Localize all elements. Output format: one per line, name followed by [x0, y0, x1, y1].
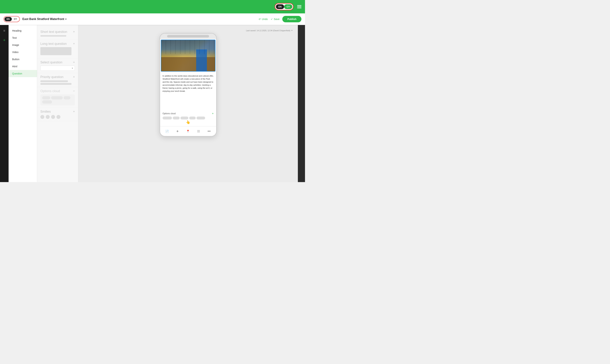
long-text-question-item[interactable]: Long text question +: [37, 40, 78, 58]
smilies-question-label: Smilies +: [41, 110, 75, 114]
check-icon: ✓: [271, 18, 273, 21]
header-right: ↺ Undo ✓ Save Publish: [258, 16, 301, 22]
short-text-question-label: Short text question +: [41, 30, 75, 34]
priority-row-2: [41, 83, 71, 85]
smilies-row: [41, 115, 75, 119]
priority-rows: [41, 80, 75, 85]
publish-button[interactable]: Publish: [282, 16, 301, 22]
smilies-question-item[interactable]: Smilies +: [37, 108, 78, 121]
undo-label: Undo: [262, 18, 268, 21]
smilies-add-icon[interactable]: +: [73, 110, 75, 114]
options-cloud-question-item[interactable]: Options cloud +: [37, 87, 78, 108]
cloud-tag-1: [42, 96, 50, 99]
phone-cloud-tag-4: [189, 117, 196, 119]
building-image: [161, 40, 215, 71]
phone-top-bar: [160, 34, 216, 39]
phone-nav-more-icon[interactable]: •••: [206, 128, 212, 134]
short-text-question-title: Short text question: [41, 30, 67, 34]
undo-button[interactable]: ↺ Undo: [258, 18, 268, 21]
top-lang-toggle[interactable]: EN CY: [275, 3, 294, 10]
priority-add-icon[interactable]: +: [73, 75, 75, 79]
long-text-question-title: Long text question: [41, 42, 67, 46]
sidebar-item-html[interactable]: Html: [9, 63, 37, 70]
select-question-title: Select question: [41, 61, 62, 64]
phone-cloud-tags: [163, 117, 214, 119]
last-saved-text: Last saved: 14.12.2020, 12:34 (David Chi…: [246, 29, 290, 32]
header-left: EN CY East Bank Stratford Waterfront ▾: [4, 16, 67, 22]
save-button[interactable]: ✓ Save: [271, 18, 280, 21]
select-question-label: Select question +: [41, 61, 75, 64]
priority-question-item[interactable]: Priority question +: [37, 73, 78, 87]
header-lang-en-button[interactable]: EN: [4, 17, 12, 21]
chevron-down-icon: ▾: [65, 18, 67, 21]
cloud-tag-3: [64, 96, 70, 99]
top-lang-en-button[interactable]: EN: [276, 4, 284, 9]
long-text-placeholder: [41, 47, 71, 55]
top-bar-right: EN CY: [275, 3, 301, 10]
smiley-4: [56, 115, 60, 119]
sidebar-item-image[interactable]: Image: [9, 41, 37, 49]
last-saved-bar: Last saved: 14.12.2020, 12:34 (David Chi…: [78, 28, 298, 33]
header-lang-toggle[interactable]: EN CY: [4, 16, 20, 22]
smiley-2: [46, 115, 50, 119]
nav-sidebar: Heading Text Image Video Button Html Que…: [9, 25, 37, 182]
cloud-tag-2: [51, 96, 63, 99]
add-block-icon[interactable]: ＋: [1, 37, 7, 43]
undo-icon: ↺: [258, 18, 261, 21]
phone-body-text: In addition to the world-class education…: [163, 75, 214, 92]
sidebar-item-text[interactable]: Text: [9, 34, 37, 41]
phone-cloud-tag-1: [163, 117, 172, 119]
options-cloud-area: [41, 94, 75, 105]
phone-bottom-nav: 📄 ✈ 📍 ☷ •••: [160, 126, 216, 136]
phone-cloud-tag-2: [173, 117, 180, 119]
phone-options-section: Options cloud + 👆: [160, 112, 216, 126]
building-blue-wall: [196, 50, 207, 71]
long-text-question-label: Long text question +: [41, 42, 75, 46]
smiley-3: [51, 115, 55, 119]
left-sidebar: ≡ ＋ ✦ ●: [0, 25, 9, 182]
phone-cloud-tag-5: [197, 117, 205, 119]
short-text-add-icon[interactable]: +: [73, 30, 75, 34]
phone-mockup: In addition to the world-class education…: [160, 33, 217, 137]
menu-icon[interactable]: ≡: [1, 28, 7, 34]
cloud-tag-4: [42, 100, 52, 104]
select-question-item[interactable]: Select question + ▾: [37, 58, 78, 73]
last-saved-chevron-icon: ▾: [291, 29, 293, 32]
right-panel: Desktop: [298, 25, 305, 182]
save-label: Save: [274, 18, 280, 21]
cursor-pointer-icon: 👆: [186, 120, 190, 124]
content-area: Last saved: 14.12.2020, 12:34 (David Chi…: [78, 25, 298, 182]
phone-nav-location-icon[interactable]: 📍: [185, 128, 191, 134]
select-add-icon[interactable]: +: [73, 61, 75, 64]
sidebar-item-heading[interactable]: Heading: [9, 27, 37, 34]
phone-nav-document-icon[interactable]: 📄: [164, 128, 170, 134]
phone-options-header: Options cloud +: [163, 112, 214, 115]
hamburger-menu-icon[interactable]: [297, 5, 301, 8]
smiley-1: [41, 115, 44, 119]
priority-row-1: [41, 80, 68, 82]
chevron-icon: ▾: [72, 67, 73, 69]
top-lang-cy-button[interactable]: CY: [284, 4, 292, 9]
phone-nav-send-icon[interactable]: ✈: [174, 128, 181, 134]
sidebar-item-button[interactable]: Button: [9, 56, 37, 63]
long-text-add-icon[interactable]: +: [73, 42, 75, 46]
phone-image-section[interactable]: [161, 40, 216, 72]
phone-options-add-icon[interactable]: +: [212, 112, 214, 115]
questions-panel: Short text question + Long text question…: [37, 25, 78, 182]
phone-cloud-tag-3: [180, 117, 188, 119]
short-text-question-item[interactable]: Short text question +: [37, 28, 78, 40]
options-cloud-add-icon[interactable]: +: [73, 89, 75, 93]
top-bar: EN CY: [0, 0, 305, 13]
phone-content: In addition to the world-class education…: [160, 39, 216, 112]
phone-nav-layers-icon[interactable]: ☷: [195, 128, 202, 134]
phone-text-section: In addition to the world-class education…: [160, 72, 216, 95]
sidebar-item-question[interactable]: Question: [9, 70, 37, 77]
main-layout: ≡ ＋ ✦ ● Heading Text Image Video Button …: [0, 25, 305, 182]
header-bar: EN CY East Bank Stratford Waterfront ▾ ↺…: [0, 13, 305, 25]
project-title-text: East Bank Stratford Waterfront: [22, 17, 64, 21]
select-dropdown-mock[interactable]: ▾: [41, 66, 75, 71]
project-title[interactable]: East Bank Stratford Waterfront ▾: [22, 17, 67, 21]
sidebar-item-video[interactable]: Video: [9, 49, 37, 56]
publish-label: Publish: [287, 18, 297, 21]
header-lang-cy-button[interactable]: CY: [12, 17, 19, 21]
